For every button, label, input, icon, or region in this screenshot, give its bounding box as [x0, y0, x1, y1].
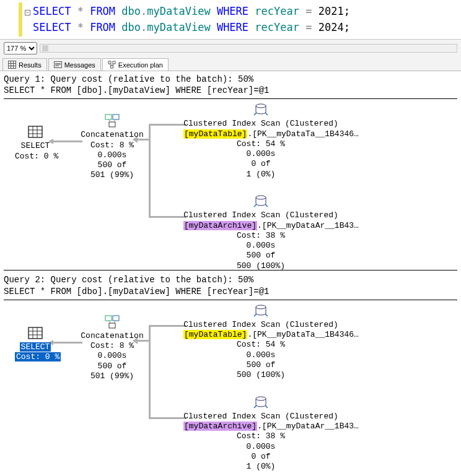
svg-rect-18	[149, 124, 151, 218]
execution-plan-pane[interactable]: Query 1: Query cost (relative to the bat…	[0, 71, 461, 476]
node-cost: Cost: 54 %	[183, 139, 338, 149]
concat-icon	[104, 314, 120, 330]
svg-line-48	[108, 321, 111, 323]
svg-rect-47	[109, 323, 115, 328]
svg-rect-26	[105, 115, 112, 119]
result-tabs: Results Messages Execution plan	[0, 57, 461, 71]
node-object: [myDataArchive].[PK__myDataAr__1B43…	[183, 422, 338, 431]
node-title: Concatenation	[78, 331, 146, 341]
node-time: 0.000s	[78, 150, 146, 160]
node-cost: Cost: 0 %	[15, 152, 56, 162]
node-rows2: 1 (0%)	[183, 462, 338, 472]
node-title: SELECT	[15, 342, 56, 352]
plan1-canvas: SELECT Cost: 0 % Concatenation Cost: 8 %…	[4, 102, 457, 269]
node-cost: Cost: 38 %	[183, 231, 338, 241]
index-scan-icon	[253, 102, 269, 118]
sql-line-2[interactable]: SELECT * FROM dbo.myDataView WHERE recYe…	[25, 20, 461, 36]
zoom-select[interactable]: 177 %	[4, 42, 37, 54]
query1-header: Query 1: Query cost (relative to the bat…	[4, 72, 457, 97]
node-rows2: 1 (0%)	[183, 170, 338, 180]
node-rows1: 500 of	[183, 251, 338, 261]
messages-icon	[54, 61, 62, 69]
node-time: 0.000s	[183, 241, 338, 251]
zoom-bar: 177 %	[0, 39, 461, 57]
node-rows1: 0 of	[183, 452, 338, 462]
plan2-canvas: SELECT Cost: 0 % Concatenation Cost: 8 %…	[4, 303, 457, 470]
tab-label: Messages	[64, 61, 95, 69]
node-time: 0.000s	[183, 149, 338, 159]
node-object: [myDataArchive].[PK__myDataAr__1B43…	[183, 221, 338, 231]
plan-node-index-scan[interactable]: Clustered Index Scan (Clustered) [myData…	[183, 193, 338, 271]
plan-icon	[108, 61, 116, 69]
plan-node-index-scan[interactable]: Clustered Index Scan (Clustered) [myData…	[183, 303, 338, 381]
index-scan-icon	[253, 303, 269, 319]
node-title: Clustered Index Scan (Clustered)	[183, 412, 338, 422]
node-rows1: 500 of	[78, 361, 146, 371]
node-cost: Cost: 8 %	[78, 341, 146, 351]
index-scan-icon	[253, 394, 269, 410]
node-rows2: 500 (100%)	[183, 370, 338, 380]
node-object: [myDataTable].[PK__myDataTa__1B4346…	[183, 330, 338, 340]
node-title: Clustered Index Scan (Clustered)	[183, 320, 338, 330]
svg-rect-40	[29, 327, 42, 339]
node-cost: Cost: 0 %	[15, 352, 56, 362]
node-time: 0.000s	[78, 351, 146, 361]
node-title: SELECT	[15, 141, 56, 151]
plan-node-concatenation[interactable]: Concatenation Cost: 8 % 0.000s 500 of 50…	[78, 314, 146, 381]
svg-rect-37	[149, 325, 151, 419]
svg-rect-39	[149, 417, 186, 419]
plan-node-index-scan[interactable]: Clustered Index Scan (Clustered) [myData…	[183, 394, 338, 472]
node-title: Clustered Index Scan (Clustered)	[183, 210, 338, 220]
svg-line-30	[113, 119, 116, 122]
tab-label: Results	[19, 61, 42, 69]
fold-icon[interactable]: −	[25, 10, 30, 15]
svg-point-31	[256, 104, 266, 108]
scroll-thumb[interactable]	[42, 45, 48, 51]
tab-results[interactable]: Results	[2, 58, 47, 71]
svg-rect-46	[113, 316, 119, 321]
sql-line-1[interactable]: −SELECT * FROM dbo.myDataView WHERE recY…	[25, 4, 461, 20]
tab-label: Execution plan	[118, 61, 163, 69]
svg-point-50	[256, 305, 266, 309]
node-rows2: 501 (99%)	[78, 170, 146, 180]
node-title: Concatenation	[78, 130, 146, 140]
node-time: 0.000s	[183, 350, 338, 360]
svg-rect-28	[109, 122, 115, 127]
node-rows2: 500 (100%)	[183, 261, 338, 271]
plan-node-index-scan[interactable]: Clustered Index Scan (Clustered) [myData…	[183, 102, 338, 180]
plan-node-select[interactable]: SELECT Cost: 0 %	[15, 124, 56, 162]
concat-icon	[104, 113, 120, 129]
node-time: 0.000s	[183, 442, 338, 452]
svg-rect-11	[110, 66, 113, 68]
node-title: Clustered Index Scan (Clustered)	[183, 119, 338, 129]
horizontal-scrollbar[interactable]	[40, 44, 457, 53]
divider	[4, 98, 457, 99]
svg-rect-27	[113, 115, 119, 119]
svg-line-29	[108, 119, 111, 122]
index-scan-icon	[253, 193, 269, 209]
svg-rect-38	[149, 325, 186, 327]
select-icon	[27, 124, 43, 140]
divider	[4, 300, 457, 300]
svg-line-49	[113, 321, 116, 323]
svg-rect-45	[105, 316, 112, 321]
svg-point-51	[256, 397, 266, 400]
svg-rect-19	[149, 124, 186, 126]
svg-point-32	[256, 196, 266, 199]
plan-node-select[interactable]: SELECT Cost: 0 %	[15, 325, 56, 363]
svg-rect-10	[113, 61, 115, 64]
node-cost: Cost: 54 %	[183, 340, 338, 350]
sql-editor[interactable]: −SELECT * FROM dbo.myDataView WHERE recY…	[19, 2, 461, 37]
query2-header: Query 2: Query cost (relative to the bat…	[4, 273, 457, 298]
select-icon	[27, 325, 43, 341]
node-rows2: 501 (99%)	[78, 371, 146, 381]
svg-rect-0	[9, 61, 16, 69]
grid-icon	[8, 61, 16, 69]
node-rows1: 500 of	[183, 360, 338, 370]
tab-messages[interactable]: Messages	[48, 58, 101, 71]
svg-rect-9	[108, 61, 111, 64]
node-cost: Cost: 8 %	[78, 141, 146, 150]
node-rows1: 0 of	[183, 159, 338, 169]
plan-node-concatenation[interactable]: Concatenation Cost: 8 % 0.000s 500 of 50…	[78, 113, 146, 180]
tab-execution-plan[interactable]: Execution plan	[102, 58, 169, 71]
